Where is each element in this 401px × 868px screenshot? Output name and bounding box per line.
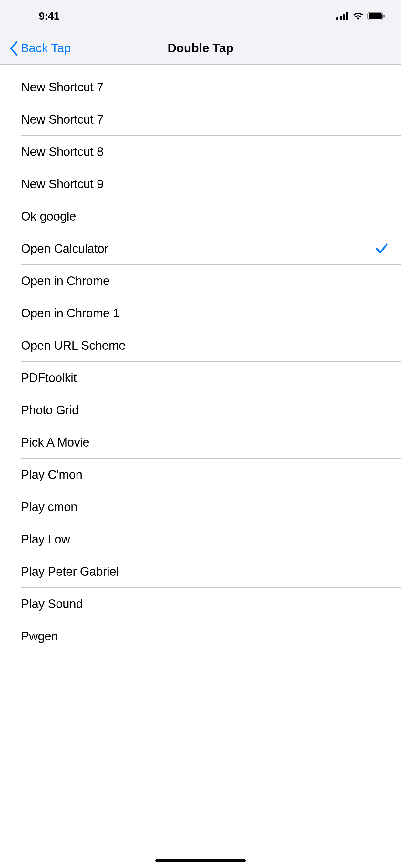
page-title: Double Tap xyxy=(167,41,234,55)
list-item[interactable]: New Shortcut 7 xyxy=(0,103,401,135)
battery-icon xyxy=(367,12,385,20)
list-item-label: Photo Grid xyxy=(21,403,79,417)
list-item-label: Play Peter Gabriel xyxy=(21,565,119,579)
list-item[interactable]: Play Sound xyxy=(0,588,401,620)
list-item-label: Open in Chrome xyxy=(21,274,110,288)
list-item[interactable]: Pick A Movie xyxy=(0,426,401,459)
list-item[interactable]: Play cmon xyxy=(0,491,401,523)
list-item-label: Play cmon xyxy=(21,500,78,514)
chevron-left-icon xyxy=(10,41,18,56)
svg-rect-6 xyxy=(383,14,384,18)
list-item[interactable]: Pwgen xyxy=(0,620,401,652)
options-list: New Shortcut 6New Shortcut 7New Shortcut… xyxy=(0,65,401,652)
checkmark-icon xyxy=(376,243,388,255)
list-item[interactable]: Open in Chrome 1 xyxy=(0,297,401,330)
list-item[interactable]: Play Peter Gabriel xyxy=(0,555,401,588)
cellular-signal-icon xyxy=(336,12,349,20)
list-item[interactable]: Photo Grid xyxy=(0,394,401,426)
list-item-label: New Shortcut 7 xyxy=(21,113,104,127)
list-item[interactable]: New Shortcut 9 xyxy=(0,168,401,200)
list-item[interactable]: New Shortcut 6 xyxy=(0,65,401,71)
home-indicator[interactable] xyxy=(155,859,246,862)
list-item-label: Ok google xyxy=(21,210,76,223)
svg-rect-5 xyxy=(369,13,382,19)
svg-rect-1 xyxy=(340,16,342,20)
list-item-label: Pick A Movie xyxy=(21,436,89,450)
list-item[interactable]: Play Low xyxy=(0,523,401,555)
list-item-label: New Shortcut 9 xyxy=(21,177,104,191)
list-item-label: Open URL Scheme xyxy=(21,339,126,352)
list-item-label: New Shortcut 7 xyxy=(21,81,104,94)
svg-rect-2 xyxy=(343,14,345,20)
wifi-icon xyxy=(352,12,364,20)
status-time: 9:41 xyxy=(19,10,59,22)
svg-rect-3 xyxy=(346,12,348,20)
list-item[interactable]: Open Calculator xyxy=(0,232,401,265)
list-item-label: Play C'mon xyxy=(21,468,82,482)
back-label: Back Tap xyxy=(21,41,71,55)
svg-rect-0 xyxy=(336,18,338,20)
list-item[interactable]: Open URL Scheme xyxy=(0,330,401,362)
status-icons xyxy=(336,12,385,20)
list-item-label: PDFtoolkit xyxy=(21,371,76,385)
list-item[interactable]: New Shortcut 8 xyxy=(0,135,401,168)
list-item-label: Open in Chrome 1 xyxy=(21,306,120,320)
list-item[interactable]: Ok google xyxy=(0,200,401,232)
navigation-bar: Back Tap Double Tap xyxy=(0,32,401,65)
list-item[interactable]: Play C'mon xyxy=(0,459,401,491)
list-item-label: Play Low xyxy=(21,532,70,547)
list-item-label: New Shortcut 8 xyxy=(21,145,104,159)
list-item[interactable]: New Shortcut 7 xyxy=(0,71,401,103)
list-item[interactable]: Open in Chrome xyxy=(0,265,401,297)
list-item-label: Open Calculator xyxy=(21,242,108,256)
list-item[interactable]: PDFtoolkit xyxy=(0,362,401,394)
back-button[interactable]: Back Tap xyxy=(10,41,71,56)
status-bar: 9:41 xyxy=(0,0,401,32)
list-item-label: Play Sound xyxy=(21,597,83,611)
list-item-label: Pwgen xyxy=(21,629,58,643)
